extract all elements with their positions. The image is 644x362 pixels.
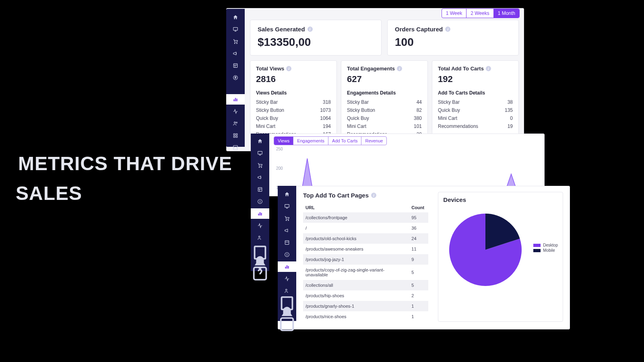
tab-add-to-carts[interactable]: Add To Carts [328,137,361,145]
orders-value: 100 [395,36,511,49]
svg-point-39 [286,289,287,291]
svg-rect-46 [281,318,293,331]
total-engagements-card: Total Engagementsi 627 Engagements Detai… [341,60,428,144]
sidebar-1 [226,9,245,92]
svg-rect-6 [235,98,236,101]
svg-point-33 [288,220,289,221]
sales-value: $13350,00 [258,36,374,49]
info-icon[interactable]: i [397,66,402,71]
svg-rect-18 [258,187,262,191]
cart-icon[interactable] [278,213,296,224]
metric-row: Mini Cart0 [438,114,513,122]
layout-icon[interactable] [226,60,245,71]
metric-row: Mini Cart194 [256,122,331,130]
dollar-icon[interactable] [226,72,245,83]
table-row: /products/copy-of-zig-zag-single-variant… [303,265,428,280]
info-icon[interactable]: i [445,27,450,32]
svg-rect-22 [261,213,262,215]
activity-icon[interactable] [226,106,245,117]
info-icon[interactable]: i [371,193,376,198]
sales-title: Sales Generated [258,26,305,33]
analytics-icon[interactable] [226,94,245,105]
table-row: /products/gnarly-shoes-11 [303,301,428,311]
home-icon[interactable] [226,12,245,23]
dollar-icon[interactable] [278,249,296,260]
metric-row: Sticky Bar38 [438,98,513,106]
metric-row: Recommendations19 [438,122,513,130]
info-icon[interactable]: i [286,66,291,71]
svg-rect-0 [233,27,238,30]
tab-engagements[interactable]: Engagements [293,137,328,145]
megaphone-icon[interactable] [251,172,269,183]
tab-views[interactable]: Views [274,137,293,145]
metric-row: Sticky Button82 [347,106,422,114]
monitor-icon[interactable] [278,201,296,212]
svg-rect-31 [285,204,289,207]
svg-rect-37 [287,265,287,269]
svg-rect-36 [285,267,286,269]
analytics-icon[interactable] [278,261,296,272]
devices-legend: Desktop Mobile [533,242,558,253]
range-1-week[interactable]: 1 Week [442,9,466,18]
cart-icon[interactable] [251,160,269,171]
svg-point-2 [237,43,237,44]
megaphone-icon[interactable] [226,48,245,59]
info-icon[interactable]: i [308,27,313,32]
table-row: /collections/all5 [303,280,428,290]
apps-icon[interactable] [226,130,245,141]
monitor-icon[interactable] [251,148,269,158]
table-row: /36 [303,223,428,233]
svg-rect-20 [258,214,259,216]
home-icon[interactable] [278,189,296,200]
table-row: /products/old-school-kicks24 [303,233,428,244]
svg-rect-13 [236,136,237,138]
help-icon[interactable] [278,319,296,329]
dollar-icon[interactable] [251,196,269,207]
svg-rect-38 [288,266,289,268]
top-pages-card: Top Add To Cart Pagesi URL Count /collec… [303,192,428,322]
code-icon[interactable] [226,142,245,153]
svg-rect-11 [236,134,237,135]
analytics-icon[interactable] [251,208,269,219]
total-views-card: Total Viewsi 2816 Views Details Sticky B… [250,60,337,144]
help-icon[interactable] [251,269,269,278]
info-icon[interactable]: i [486,66,491,71]
total-atc-card: Total Add To Cartsi 192 Add To Carts Det… [432,60,519,144]
top-pages-table: URL Count /collections/frontpage95/36/pr… [303,203,428,322]
megaphone-icon[interactable] [278,225,296,236]
activity-icon[interactable] [251,220,269,231]
headline-line-2: SALES [16,179,232,208]
date-range-toggle[interactable]: 1 Week 2 Weeks 1 Month [442,8,520,18]
bottom-panel: Top Add To Cart Pagesi URL Count /collec… [278,186,570,329]
svg-point-32 [286,220,287,221]
users-icon[interactable] [251,232,269,243]
chart-tabs[interactable]: Views Engagements Add To Carts Revenue [274,136,387,145]
svg-point-23 [259,236,260,238]
sales-generated-card: Sales Generatedi $13350,00 [250,20,382,56]
layout-icon[interactable] [278,237,296,248]
metric-row: Quick Buy380 [347,114,422,122]
metric-row: Quick Buy1064 [256,114,331,122]
cart-icon[interactable] [226,36,245,47]
svg-point-16 [259,167,260,168]
tab-revenue[interactable]: Revenue [361,137,386,145]
home-icon[interactable] [251,136,269,146]
svg-rect-5 [233,99,234,101]
svg-rect-3 [233,64,237,67]
table-row: /collections/frontpage95 [303,212,428,223]
devices-pie-chart [443,210,528,286]
activity-icon[interactable] [278,274,296,284]
range-2-weeks[interactable]: 2 Weeks [466,9,493,18]
metric-row: Sticky Button1073 [256,106,331,114]
layout-icon[interactable] [251,184,269,195]
svg-rect-7 [236,99,237,101]
monitor-icon[interactable] [226,24,245,35]
headline-line-1: METRICS THAT DRIVE [18,149,232,179]
svg-rect-10 [233,134,235,135]
svg-rect-21 [260,212,260,216]
table-row: /products/awesome-sneakers11 [303,244,428,254]
range-1-month[interactable]: 1 Month [494,9,519,18]
users-icon[interactable] [226,118,245,129]
col-count: Count [409,203,428,212]
col-url: URL [303,203,409,212]
